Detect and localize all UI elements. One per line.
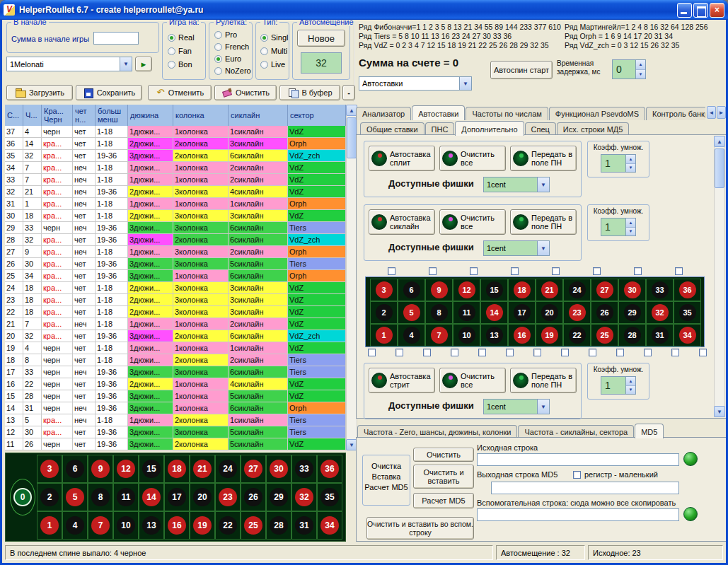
autobets-combo[interactable]: Автоставки ▼ (359, 76, 472, 91)
bet-checkbox[interactable] (589, 349, 596, 356)
md5-out-input[interactable] (491, 482, 679, 494)
board-number-33[interactable]: 33 (652, 281, 669, 298)
main-tab-1[interactable]: Анализатор (356, 107, 411, 120)
sub-tab-3[interactable]: Дополнительно (455, 121, 524, 136)
spin-row[interactable]: 311кра...неч1-181дюжи...1колонка1сиклайн… (5, 198, 346, 210)
chips-combo[interactable]: 1cent▼ (483, 399, 550, 414)
transfer-button[interactable]: Передать в поле ПН (510, 146, 577, 171)
board-number-27[interactable]: 27 (244, 460, 262, 478)
board-number-2[interactable]: 2 (376, 304, 393, 321)
spin-row[interactable]: 2218кра...чет1-182дюжи...3колонка3сиклай… (5, 306, 346, 318)
main-tab-5[interactable]: Контроль банкрол... (646, 107, 705, 120)
clear-button[interactable]: Очистить (214, 85, 277, 100)
chevron-down-icon[interactable]: ▼ (537, 400, 549, 414)
spin-row[interactable]: 347кра...неч1-181дюжи...1колонка2сиклайн… (5, 162, 346, 174)
autospin-start-button[interactable]: Автоспин старт (490, 61, 553, 79)
profile-combo[interactable]: 1Melonati ▼ (6, 57, 132, 71)
board-number-34[interactable]: 34 (320, 516, 339, 535)
panel-scrollbar-thumb[interactable] (715, 148, 724, 188)
clear-all-button[interactable]: Очистить все (439, 368, 506, 393)
spin-row[interactable]: 2032кра...чет19-363дюжи...2колонка6сикла… (5, 330, 346, 342)
radio-euro[interactable]: Euro (214, 53, 251, 64)
spin-row[interactable]: 1431черннеч19-363дюжи...1колонка6сиклайн… (5, 402, 346, 414)
board-number-32[interactable]: 32 (295, 488, 313, 506)
radio-multi[interactable]: Multi (260, 45, 288, 57)
spin-row[interactable]: 1622чернчет19-362дюжи...1колонка4сиклайн… (5, 378, 346, 390)
chevron-down-icon[interactable]: ▼ (537, 241, 549, 255)
spin-row[interactable]: 1528чернчет19-363дюжи...1колонка5сиклайн… (5, 390, 346, 402)
clear-all-button[interactable]: Очистить все (439, 209, 506, 235)
radio-bon[interactable]: Bon (168, 59, 195, 70)
radio-singl[interactable]: Singl (260, 32, 288, 43)
maximize-button[interactable] (693, 3, 708, 18)
bet-checkbox[interactable] (470, 267, 478, 275)
new-shift-button[interactable]: Новое (297, 30, 345, 47)
board-number-1[interactable]: 1 (40, 516, 59, 535)
radio-french[interactable]: French (214, 41, 251, 52)
bet-checkbox[interactable] (423, 349, 431, 356)
board-number-14[interactable]: 14 (486, 304, 503, 321)
board-number-4[interactable]: 4 (403, 327, 420, 344)
spinner-arrows-icon[interactable]: ▲▼ (635, 60, 645, 78)
board-number-34[interactable]: 34 (679, 327, 696, 344)
table-scrollbar-thumb[interactable] (347, 117, 357, 158)
board-number-28[interactable]: 28 (270, 516, 288, 535)
bet-checkbox[interactable] (368, 349, 376, 356)
spinner-arrows-icon[interactable]: ▲▼ (625, 155, 635, 172)
chips-combo[interactable]: 1cent▼ (483, 240, 550, 256)
clear-all-button[interactable]: Очистить все (439, 146, 506, 171)
md5-clear-paste-button[interactable]: Очистить и вставить (413, 465, 474, 489)
board-number-22[interactable]: 22 (569, 327, 586, 344)
board-number-18[interactable]: 18 (168, 460, 186, 478)
spin-row[interactable]: 2832кра...чет19-363дюжи...2колонка6сикла… (5, 234, 346, 246)
board-number-14[interactable]: 14 (142, 488, 161, 506)
board-number-6[interactable]: 6 (66, 460, 84, 478)
board-number-9[interactable]: 9 (91, 460, 110, 478)
autobet-button[interactable]: Автоставка сиклайн (369, 209, 435, 235)
bet-checkbox[interactable] (644, 349, 652, 356)
bet-checkbox[interactable] (634, 267, 642, 275)
spin-row[interactable]: 135кра...неч1-181дюжи...2колонка1сиклайн… (5, 414, 346, 426)
coef-spinner[interactable]: 1▲▼ (601, 154, 636, 173)
board-number-24[interactable]: 24 (569, 281, 586, 298)
board-number-21[interactable]: 21 (541, 281, 558, 298)
board-number-6[interactable]: 6 (403, 281, 420, 298)
bet-checkbox[interactable] (552, 267, 560, 275)
spin-row[interactable]: 3614кра...чет1-182дюжи...2колонка3сиклай… (5, 138, 346, 150)
board-number-31[interactable]: 31 (295, 516, 313, 535)
board-number-1[interactable]: 1 (376, 327, 393, 344)
md5-clear-button[interactable]: Очистить (413, 448, 474, 462)
bet-checkbox[interactable] (506, 349, 514, 356)
board-number-31[interactable]: 31 (652, 327, 669, 344)
board-number-3[interactable]: 3 (40, 460, 59, 478)
board-number-15[interactable]: 15 (142, 460, 161, 478)
board-number-8[interactable]: 8 (91, 488, 110, 506)
main-tab-2[interactable]: Автоставки (412, 105, 465, 120)
board-number-16[interactable]: 16 (168, 516, 186, 535)
board-number-25[interactable]: 25 (244, 516, 262, 535)
board-number-30[interactable]: 30 (624, 281, 641, 298)
spin-row[interactable]: 374чернчет1-181дюжи...1колонка1сиклайнVd… (5, 126, 346, 138)
board-number-12[interactable]: 12 (117, 460, 135, 478)
board-number-3[interactable]: 3 (376, 281, 393, 298)
spin-row[interactable]: 2318кра...чет1-182дюжи...3колонка3сиклай… (5, 294, 346, 306)
board-number-16[interactable]: 16 (514, 327, 531, 344)
board-number-13[interactable]: 13 (142, 516, 161, 535)
spin-row[interactable]: 2630кра...чет19-363дюжи...3колонка5сикла… (5, 258, 346, 270)
bet-checkbox[interactable] (593, 267, 601, 275)
spin-row[interactable]: 337кра...неч1-181дюжи...1колонка2сиклайн… (5, 174, 346, 186)
bet-checkbox[interactable] (451, 349, 458, 356)
play-button[interactable]: ► (135, 57, 152, 71)
radio-nozero[interactable]: NoZero (214, 65, 251, 76)
board-number-26[interactable]: 26 (244, 488, 262, 506)
board-number-17[interactable]: 17 (514, 304, 531, 321)
bet-checkbox[interactable] (388, 267, 395, 275)
coef-spinner[interactable]: 1▲▼ (601, 376, 636, 395)
board-number-5[interactable]: 5 (403, 304, 420, 321)
spin-row[interactable]: 3532кра...чет19-363дюжи...2колонка6сикла… (5, 150, 346, 162)
radio-live[interactable]: Live (260, 59, 288, 70)
board-number-36[interactable]: 36 (679, 281, 696, 298)
buffer-button[interactable]: В буфер (279, 85, 340, 100)
spinner-arrows-icon[interactable]: ▲▼ (625, 219, 635, 235)
autobet-button[interactable]: Автоставка стрит (369, 368, 435, 393)
